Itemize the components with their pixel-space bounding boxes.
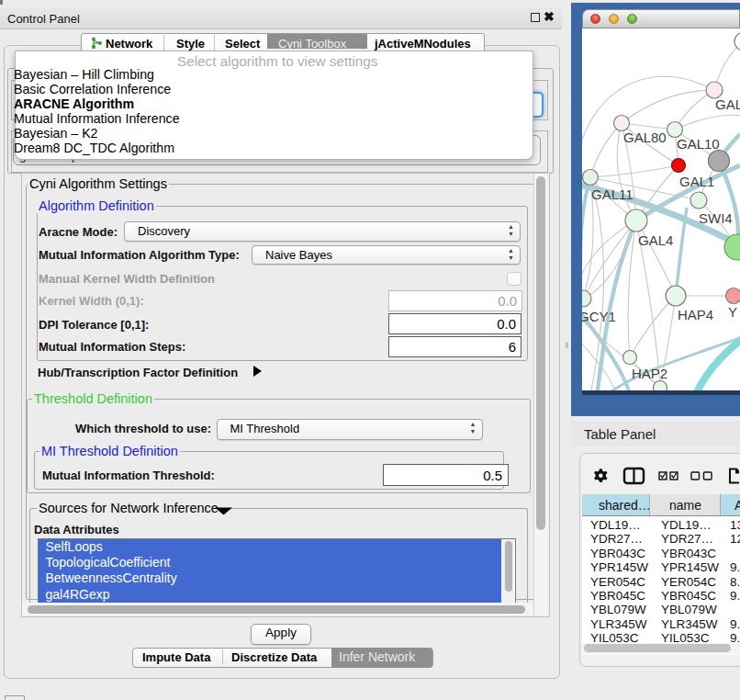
svg-text:GCY1: GCY1 — [582, 309, 616, 324]
svg-text:HAP2: HAP2 — [632, 366, 667, 381]
svg-text:GAL10: GAL10 — [677, 136, 720, 152]
svg-text:GAL: GAL — [715, 96, 740, 112]
svg-text:GAL1: GAL1 — [679, 174, 714, 189]
svg-text:GAL11: GAL11 — [591, 186, 633, 202]
svg-text:SWI4: SWI4 — [699, 210, 733, 226]
svg-text:GAL4: GAL4 — [638, 232, 673, 248]
svg-text:GAL80: GAL80 — [623, 130, 667, 145]
svg-text:HAP4: HAP4 — [678, 307, 713, 322]
svg-text:Y: Y — [728, 304, 737, 320]
